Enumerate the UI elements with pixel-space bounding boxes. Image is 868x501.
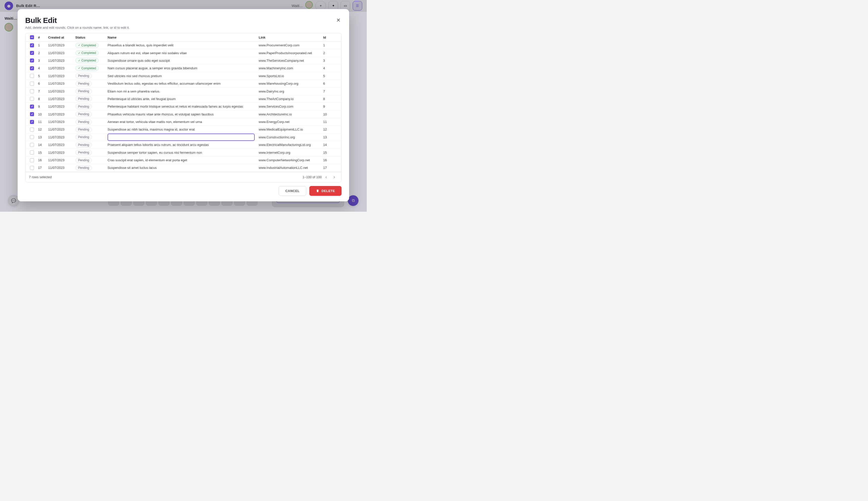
row-id-cell[interactable]: 6 [322,82,341,85]
status-pending-chip: Pending [75,111,92,117]
row-id-cell[interactable]: 5 [322,74,341,78]
row-created: 11/07/2023 [47,97,74,101]
row-id-cell[interactable]: 7 [322,89,341,93]
row-status: Pending [74,73,106,78]
row-id-cell[interactable]: 14 [322,143,341,147]
status-pending-chip: Pending [75,104,92,109]
row-id-cell[interactable]: 13 [322,135,341,139]
row-name-cell[interactable]: Vestibulum lectus odio, egestas eu tellu… [106,82,257,85]
row-id-cell[interactable]: 4 [322,66,341,70]
row-link-cell[interactable]: www.InternetCorp.org [257,151,322,154]
row-name-cell[interactable]: Sed ultricies nisi sed rhoncus pretium [106,74,257,78]
check-icon: ✓ [78,51,80,55]
row-checkbox[interactable] [30,58,34,63]
row-checkbox[interactable] [30,166,34,170]
close-icon: ✕ [336,18,340,23]
row-link-cell[interactable]: www.ArchitectureInc.io [257,113,322,116]
row-checkbox[interactable] [30,112,34,116]
row-created: 11/07/2023 [47,74,74,78]
row-name-cell[interactable]: Pellentesque habitant morbi tristique se… [106,105,257,108]
row-checkbox[interactable] [30,150,34,154]
row-checkbox[interactable] [30,66,34,70]
row-checkbox[interactable] [30,74,34,78]
row-id-cell[interactable]: 10 [322,113,341,116]
row-status: Pending [74,142,106,147]
row-checkbox[interactable] [30,89,34,93]
check-icon: ✓ [78,44,80,47]
row-name-cell[interactable]: Phasellus a blandit lectus, quis imperdi… [106,43,257,47]
row-checkbox[interactable] [30,120,34,124]
row-id-cell[interactable]: 12 [322,128,341,131]
row-link-cell[interactable]: www.PaperProductsIncorporated.net [257,51,322,55]
row-id-cell[interactable]: 15 [322,151,341,154]
row-link-cell[interactable]: www.ServicesCorp.com [257,105,322,108]
row-link-cell[interactable]: www.MedicalEquipmentLLC.io [257,128,322,131]
modal-subtitle: Add, delete and edit rounds. Click on a … [25,26,130,30]
check-icon: ✓ [78,66,80,70]
row-checkbox[interactable] [30,105,34,109]
row-status: ✓Completed [74,50,106,55]
row-number: 3 [36,59,47,63]
row-checkbox[interactable] [30,128,34,131]
row-name-cell[interactable]: Suspendisse semper tortor sapien, eu cur… [106,151,257,154]
row-name-cell[interactable]: Phasellus vehicula mauris vitae ante rho… [106,113,257,116]
row-link-cell[interactable]: www.MachineryInc.com [257,66,322,70]
row-checkbox[interactable] [30,51,34,55]
row-id-cell[interactable]: 9 [322,105,341,108]
status-completed-chip: ✓Completed [75,50,99,55]
next-page-button[interactable]: › [331,174,338,181]
row-name-cell[interactable]: Suspendisse ac nibh lacinia, maximus mag… [106,128,257,131]
close-button[interactable]: ✕ [335,16,341,24]
row-link-cell[interactable]: www.TheArtCompany.io [257,97,322,101]
row-name-cell[interactable]: Suspendisse sit amet luctus lacus [106,166,257,170]
row-link-cell[interactable]: www.ElectricalManufacturingLtd.org [257,143,322,147]
table-row: 511/07/2023PendingSed ultricies nisi sed… [25,72,341,80]
prev-page-button[interactable]: ‹ [323,174,330,181]
row-name-cell[interactable]: Cras suscipit erat sapien, id elementum … [106,158,257,162]
row-name-cell[interactable]: Aenean erat tortor, vehicula vitae matti… [106,120,257,124]
row-id-cell[interactable]: 2 [322,51,341,55]
row-name-cell[interactable]: Aliquam rutrum est est, vitae semper nis… [106,51,257,55]
row-id-cell[interactable]: 11 [322,120,341,124]
row-name-cell[interactable]: Suspendisse ornare quis odio eget suscip… [106,59,257,63]
row-link-cell[interactable]: www.SportsLtd.io [257,74,322,78]
row-name-cell[interactable] [106,134,257,141]
row-link-cell[interactable]: www.TheServicesCompany.net [257,59,322,63]
row-created: 11/07/2023 [47,120,74,124]
row-checkbox[interactable] [30,135,34,139]
row-id-cell[interactable]: 8 [322,97,341,101]
row-id-cell[interactable]: 1 [322,43,341,47]
row-checkbox[interactable] [30,143,34,147]
row-status: Pending [74,165,106,170]
row-link-cell[interactable]: www.ConstructionInc.org [257,135,322,139]
row-status: Pending [74,150,106,155]
row-name-cell[interactable]: Pellentesque id ultricies ante, vel feug… [106,97,257,101]
row-checkbox[interactable] [30,82,34,86]
cancel-button[interactable]: CANCEL [279,186,306,196]
row-checkbox[interactable] [30,43,34,47]
row-created: 11/07/2023 [47,89,74,93]
delete-button[interactable]: DELETE [309,186,341,196]
select-all-checkbox[interactable] [30,35,34,39]
row-id-cell[interactable]: 17 [322,166,341,170]
row-number: 6 [36,82,47,85]
row-link-cell[interactable]: www.DairyInc.org [257,89,322,93]
status-completed-chip: ✓Completed [75,66,99,71]
delete-label: DELETE [322,189,335,193]
row-link-cell[interactable]: www.ComputerNetworkingCorp.net [257,158,322,162]
name-edit-input[interactable] [108,134,255,141]
status-pending-chip: Pending [75,142,92,147]
row-id-cell[interactable]: 3 [322,59,341,63]
row-created: 11/07/2023 [47,128,74,131]
row-checkbox[interactable] [30,97,34,101]
table-row: 411/07/2023✓CompletedNam cursus placerat… [25,64,341,72]
row-link-cell[interactable]: www.ProcurementCorp.com [257,43,322,47]
row-name-cell[interactable]: Praesent aliquam tellus lobortis arcu ru… [106,143,257,147]
row-name-cell[interactable]: Nam cursus placerat augue, a semper eros… [106,66,257,70]
row-link-cell[interactable]: www.IndustrialAutomationLLC.net [257,166,322,170]
row-link-cell[interactable]: www.WarehousingCorp.org [257,82,322,85]
row-name-cell[interactable]: Etiam non mi a sem pharetra varius. [106,89,257,93]
row-link-cell[interactable]: www.EnergyCorp.net [257,120,322,124]
row-checkbox[interactable] [30,158,34,162]
row-id-cell[interactable]: 16 [322,158,341,162]
